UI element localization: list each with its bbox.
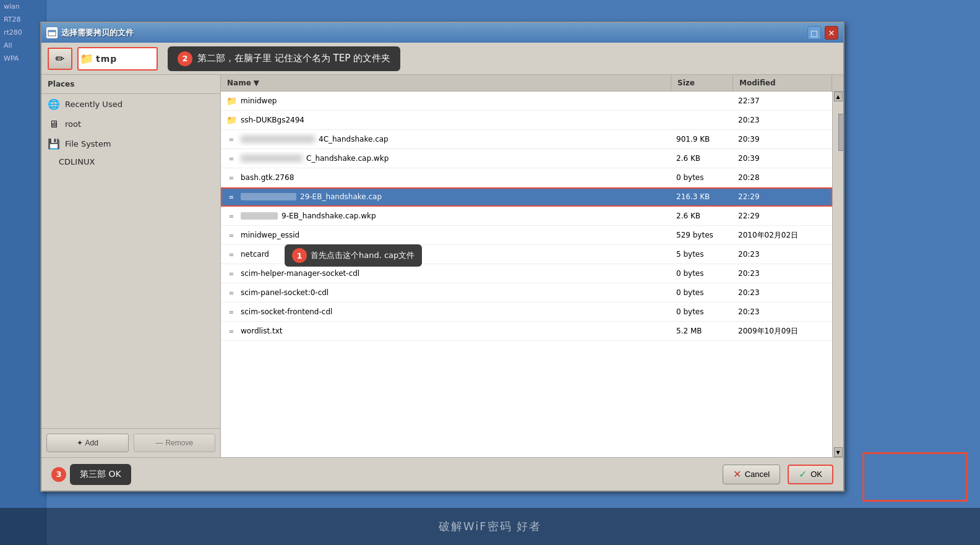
file-cell-size <box>671 119 733 121</box>
file-row[interactable]: 📁 minidwep 22:37 <box>221 92 832 111</box>
scrollbar-up-arrow[interactable]: ▲ <box>834 92 843 101</box>
file-cell-modified: 2010年02月02日 <box>733 229 832 242</box>
file-icon: ≡ <box>226 287 237 298</box>
edit-icon: ✏ <box>55 52 64 65</box>
file-cell-size: 2.6 KB <box>671 210 733 221</box>
location-icon: 📁 <box>80 52 93 65</box>
close-button[interactable]: ✕ <box>825 26 838 40</box>
places-item-cdlinux[interactable]: CDLINUX <box>41 153 220 170</box>
dialog-titlebar-icon <box>46 27 58 38</box>
location-bar[interactable]: 📁 tmp <box>77 47 158 71</box>
file-cell-size <box>671 100 733 102</box>
step1-annotation: 1 首先点击这个hand. cap文件 <box>285 244 422 267</box>
file-cell-size: 0 bytes <box>671 306 733 317</box>
folder-icon: 📁 <box>226 114 237 126</box>
file-cell-modified: 2009年10月09日 <box>733 325 832 338</box>
ok-icon: ✓ <box>799 468 807 480</box>
file-row[interactable]: ≡ minidwep_essid 529 bytes 2010年02月02日 <box>221 226 832 245</box>
places-panel: Places 🌐 Recently Used 🖥 root 💾 File Sys… <box>41 75 221 457</box>
file-cell-modified: 20:39 <box>733 153 832 164</box>
file-cell-modified: 20:23 <box>733 268 832 279</box>
file-row[interactable]: ≡ scim-helper-manager-socket-cdl 0 bytes… <box>221 264 832 283</box>
step3-badge: 3 <box>51 467 66 482</box>
places-item-root[interactable]: 🖥 root <box>41 114 220 134</box>
sidebar-label-wpa: WPA <box>0 52 46 65</box>
scrollbar-thumb[interactable] <box>838 114 844 151</box>
remove-icon: — <box>155 439 163 447</box>
root-label: root <box>65 119 81 129</box>
main-sidebar: wlan RT28 rt280 All WPA <box>0 0 46 545</box>
file-cell-size: 2.6 KB <box>671 153 733 164</box>
col-header-size[interactable]: Size <box>671 75 733 91</box>
scrollbar[interactable]: ▲ ▼ <box>832 92 843 457</box>
watermark: 破解WiF密码 好者 <box>0 508 980 545</box>
corner-annotation-box <box>862 452 968 502</box>
filesystem-icon: 💾 <box>48 137 60 150</box>
file-icon: ≡ <box>226 153 237 164</box>
remove-button[interactable]: — Remove <box>134 434 216 452</box>
file-icon: ≡ <box>226 191 237 202</box>
places-list: 🌐 Recently Used 🖥 root 💾 File System CDL… <box>41 94 220 428</box>
file-list-header: Name ▼ Size Modified <box>221 75 843 92</box>
file-cell-modified: 20:23 <box>733 306 832 317</box>
file-cell-name: ≡ minidwep_essid <box>221 228 671 242</box>
location-text: tmp <box>96 54 117 64</box>
places-item-recently-used[interactable]: 🌐 Recently Used <box>41 94 220 114</box>
watermark-text: 破解WiF密码 好者 <box>439 519 541 534</box>
file-cell-name: ≡ 29-EB_handshake.cap <box>221 190 671 204</box>
minimize-button[interactable]: □ <box>807 26 821 40</box>
file-icon: ≡ <box>226 172 237 183</box>
file-cell-size: 5 bytes <box>671 249 733 260</box>
dialog-content: Places 🌐 Recently Used 🖥 root 💾 File Sys… <box>41 75 843 457</box>
step1-text: 首先点击这个hand. cap文件 <box>311 250 415 261</box>
file-cell-size: 529 bytes <box>671 230 733 241</box>
sidebar-label-rt28: RT28 <box>0 13 46 26</box>
ok-label: OK <box>810 470 822 479</box>
file-row[interactable]: ≡ scim-socket-frontend-cdl 0 bytes 20:23 <box>221 303 832 322</box>
dialog-title: 选择需要拷贝的文件 <box>61 27 804 38</box>
file-cell-size: 5.2 MB <box>671 325 733 337</box>
root-icon: 🖥 <box>48 118 60 130</box>
file-icon: ≡ <box>226 268 237 279</box>
file-cell-size: 216.3 KB <box>671 191 733 202</box>
file-cell-modified: 22:29 <box>733 210 832 221</box>
scrollbar-down-arrow[interactable]: ▼ <box>834 447 843 457</box>
file-cell-modified: 22:37 <box>733 95 832 106</box>
file-row[interactable]: ≡ scim-panel-socket:0-cdl 0 bytes 20:23 <box>221 283 832 303</box>
file-row[interactable]: ≡ C_handshake.cap.wkp 2.6 KB 20:39 <box>221 149 832 168</box>
col-header-name[interactable]: Name ▼ <box>221 75 671 91</box>
step2-badge: 2 <box>178 51 192 66</box>
file-cell-modified: 20:23 <box>733 249 832 260</box>
file-cell-name: ≡ scim-panel-socket:0-cdl <box>221 286 671 299</box>
edit-button[interactable]: ✏ <box>48 48 72 70</box>
file-icon: ≡ <box>226 306 237 317</box>
file-icon: ≡ <box>226 230 237 241</box>
file-list-container: 📁 minidwep 22:37 📁 ssh-DUKBgs2494 <box>221 92 843 457</box>
file-row[interactable]: ≡ 9-EB_handshake.cap.wkp 2.6 KB 22:29 <box>221 207 832 226</box>
recently-used-icon: 🌐 <box>48 98 60 110</box>
file-cell-name: ≡ C_handshake.cap.wkp <box>221 152 671 165</box>
dialog-titlebar: 选择需要拷贝的文件 □ ✕ <box>41 23 843 43</box>
add-button[interactable]: ✦ Add <box>46 434 129 452</box>
file-row[interactable]: 📁 ssh-DUKBgs2494 20:23 <box>221 111 832 130</box>
file-row-selected[interactable]: ≡ 29-EB_handshake.cap 216.3 KB 22:29 <box>221 187 832 207</box>
file-cell-size: 0 bytes <box>671 268 733 279</box>
file-row[interactable]: ≡ 4C_handshake.cap 901.9 KB 20:39 <box>221 130 832 149</box>
file-cell-name: 📁 minidwep <box>221 94 671 108</box>
file-cell-size: 901.9 KB <box>671 134 733 145</box>
sidebar-label-wlan: wlan <box>0 0 46 13</box>
file-row[interactable]: ≡ wordlist.txt 5.2 MB 2009年10月09日 <box>221 322 832 341</box>
col-header-modified[interactable]: Modified <box>733 75 832 91</box>
step3-annotation-wrapper: 3 第三部 OK <box>51 464 131 485</box>
folder-icon: 📁 <box>226 95 237 106</box>
step2-text: 第二部，在脑子里 记住这个名为 TEP 的文件夹 <box>197 53 390 64</box>
ok-button[interactable]: ✓ OK <box>788 465 833 484</box>
svg-rect-1 <box>48 30 56 32</box>
file-row[interactable]: ≡ bash.gtk.2768 0 bytes 20:28 <box>221 168 832 187</box>
file-cell-name: ≡ 4C_handshake.cap <box>221 132 671 146</box>
places-item-filesystem[interactable]: 💾 File System <box>41 134 220 153</box>
file-cell-size: 0 bytes <box>671 287 733 298</box>
step1-badge: 1 <box>292 248 307 263</box>
cancel-button[interactable]: ✕ Cancel <box>723 465 780 484</box>
recently-used-label: Recently Used <box>65 100 123 109</box>
